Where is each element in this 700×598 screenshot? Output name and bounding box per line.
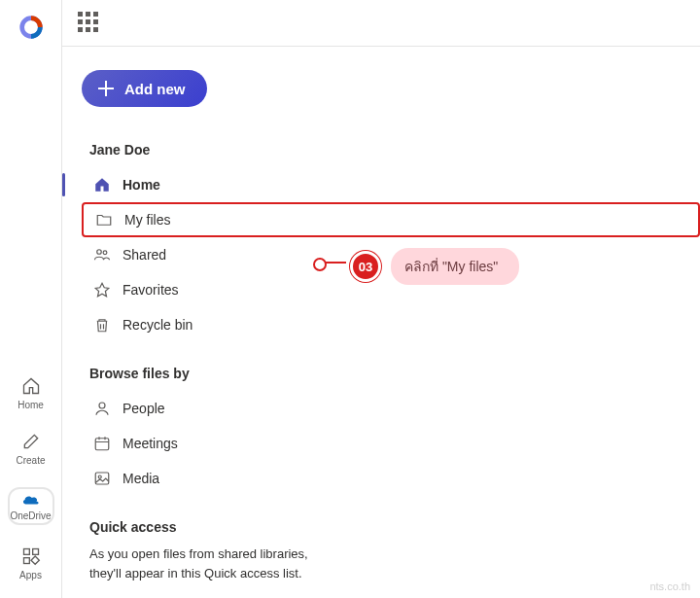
- selection-indicator: [62, 173, 65, 196]
- browse-media[interactable]: Media: [82, 461, 700, 496]
- m365-logo-icon: [18, 14, 45, 41]
- rail-home[interactable]: Home: [8, 376, 54, 410]
- plus-icon: [97, 80, 115, 97]
- nav-label: Recycle bin: [122, 317, 688, 333]
- nav-home[interactable]: Home: [82, 167, 700, 202]
- folder-icon: [95, 211, 113, 229]
- rail-label: Create: [16, 455, 45, 466]
- nav-label: Meetings: [122, 436, 688, 451]
- browse-meetings[interactable]: Meetings: [82, 426, 700, 461]
- svg-rect-3: [23, 558, 29, 564]
- app-rail: Home Create OneDrive Apps: [0, 0, 62, 598]
- nav-label: People: [122, 401, 688, 416]
- svg-rect-7: [95, 439, 109, 450]
- house-fill-icon: [93, 176, 111, 193]
- calendar-icon: [93, 435, 111, 452]
- rail-label: Home: [18, 400, 44, 410]
- annotation-text: คลิกที่ "My files": [391, 248, 519, 285]
- main-pane: Add new Jane Doe Home My files Shared: [62, 0, 700, 598]
- people-icon: [93, 246, 111, 264]
- svg-point-9: [98, 475, 101, 478]
- quick-access-title: Quick access: [89, 519, 661, 535]
- image-icon: [93, 470, 111, 487]
- cloud-icon: [20, 491, 42, 507]
- add-new-label: Add new: [124, 81, 186, 97]
- svg-rect-8: [95, 473, 109, 484]
- nav-label: Media: [122, 471, 688, 486]
- nav-recycle-bin[interactable]: Recycle bin: [82, 307, 700, 342]
- star-icon: [93, 281, 111, 299]
- rail-label: OneDrive: [10, 510, 51, 521]
- nav-my-files[interactable]: My files: [82, 202, 700, 237]
- person-icon: [93, 400, 111, 417]
- apps-grid-icon: [21, 546, 41, 566]
- browse-people[interactable]: People: [82, 391, 700, 426]
- svg-point-4: [97, 250, 102, 255]
- nav-label: My files: [124, 212, 659, 228]
- office-logo[interactable]: [18, 10, 45, 45]
- svg-point-5: [103, 251, 107, 255]
- annotation-step-number: 03: [350, 251, 381, 282]
- top-bar: [62, 0, 700, 47]
- rail-create[interactable]: Create: [8, 432, 54, 466]
- add-new-button[interactable]: Add new: [82, 70, 207, 107]
- trash-icon: [93, 316, 111, 334]
- content-area: Add new Jane Doe Home My files Shared: [62, 47, 700, 598]
- rail-onedrive[interactable]: OneDrive: [8, 487, 54, 525]
- watermark: nts.co.th: [649, 580, 690, 592]
- user-name: Jane Doe: [89, 142, 700, 158]
- annotation-connector: [319, 262, 346, 264]
- pencil-icon: [21, 432, 41, 451]
- app-launcher-icon[interactable]: [78, 12, 101, 35]
- quick-access-desc: As you open files from shared libraries,…: [89, 545, 323, 582]
- browse-title: Browse files by: [89, 366, 700, 381]
- svg-rect-2: [32, 549, 38, 555]
- annotation-callout: 03 คลิกที่ "My files": [350, 248, 519, 285]
- house-outline-icon: [21, 376, 41, 396]
- svg-point-6: [99, 403, 105, 408]
- rail-label: Apps: [19, 570, 42, 580]
- svg-rect-1: [23, 549, 29, 555]
- rail-apps[interactable]: Apps: [8, 546, 54, 580]
- nav-label: Home: [122, 177, 688, 193]
